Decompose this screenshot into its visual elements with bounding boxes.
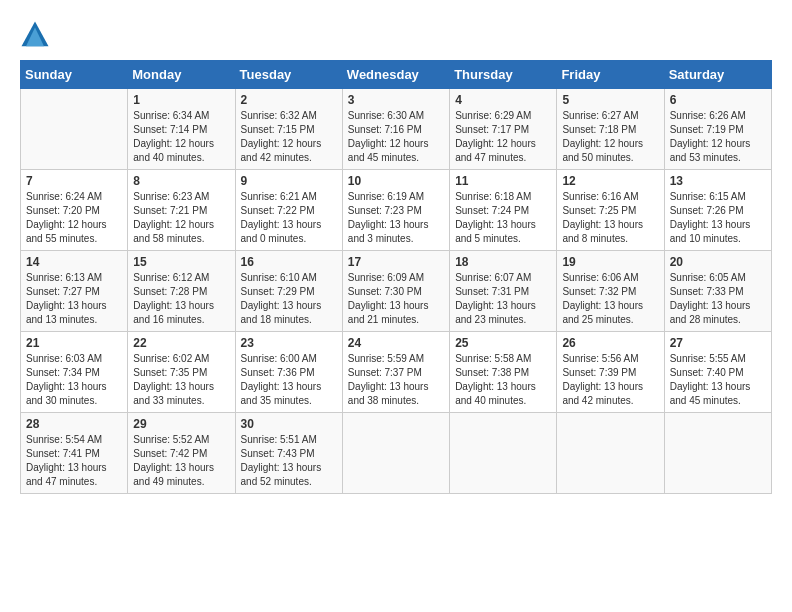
calendar-cell: 27 Sunrise: 5:55 AMSunset: 7:40 PMDaylig… [664,332,771,413]
day-info: Sunrise: 6:30 AMSunset: 7:16 PMDaylight:… [348,110,429,163]
day-number: 22 [133,336,229,350]
day-number: 9 [241,174,337,188]
header-cell-wednesday: Wednesday [342,61,449,89]
calendar-cell: 12 Sunrise: 6:16 AMSunset: 7:25 PMDaylig… [557,170,664,251]
day-number: 30 [241,417,337,431]
calendar-cell: 1 Sunrise: 6:34 AMSunset: 7:14 PMDayligh… [128,89,235,170]
calendar-cell: 13 Sunrise: 6:15 AMSunset: 7:26 PMDaylig… [664,170,771,251]
day-info: Sunrise: 6:34 AMSunset: 7:14 PMDaylight:… [133,110,214,163]
day-number: 2 [241,93,337,107]
day-number: 20 [670,255,766,269]
day-info: Sunrise: 5:55 AMSunset: 7:40 PMDaylight:… [670,353,751,406]
day-number: 27 [670,336,766,350]
day-number: 8 [133,174,229,188]
day-number: 26 [562,336,658,350]
day-info: Sunrise: 6:16 AMSunset: 7:25 PMDaylight:… [562,191,643,244]
calendar-week-row: 1 Sunrise: 6:34 AMSunset: 7:14 PMDayligh… [21,89,772,170]
day-info: Sunrise: 6:13 AMSunset: 7:27 PMDaylight:… [26,272,107,325]
day-number: 15 [133,255,229,269]
calendar-week-row: 28 Sunrise: 5:54 AMSunset: 7:41 PMDaylig… [21,413,772,494]
calendar-cell [664,413,771,494]
day-info: Sunrise: 6:12 AMSunset: 7:28 PMDaylight:… [133,272,214,325]
day-info: Sunrise: 6:27 AMSunset: 7:18 PMDaylight:… [562,110,643,163]
day-number: 13 [670,174,766,188]
calendar-cell: 11 Sunrise: 6:18 AMSunset: 7:24 PMDaylig… [450,170,557,251]
calendar-cell: 23 Sunrise: 6:00 AMSunset: 7:36 PMDaylig… [235,332,342,413]
day-info: Sunrise: 5:58 AMSunset: 7:38 PMDaylight:… [455,353,536,406]
calendar-cell: 25 Sunrise: 5:58 AMSunset: 7:38 PMDaylig… [450,332,557,413]
day-number: 17 [348,255,444,269]
calendar-cell: 2 Sunrise: 6:32 AMSunset: 7:15 PMDayligh… [235,89,342,170]
day-info: Sunrise: 5:54 AMSunset: 7:41 PMDaylight:… [26,434,107,487]
calendar-cell: 29 Sunrise: 5:52 AMSunset: 7:42 PMDaylig… [128,413,235,494]
calendar-week-row: 21 Sunrise: 6:03 AMSunset: 7:34 PMDaylig… [21,332,772,413]
day-info: Sunrise: 6:23 AMSunset: 7:21 PMDaylight:… [133,191,214,244]
calendar-cell: 28 Sunrise: 5:54 AMSunset: 7:41 PMDaylig… [21,413,128,494]
header-cell-friday: Friday [557,61,664,89]
day-number: 12 [562,174,658,188]
day-info: Sunrise: 6:18 AMSunset: 7:24 PMDaylight:… [455,191,536,244]
calendar-cell: 30 Sunrise: 5:51 AMSunset: 7:43 PMDaylig… [235,413,342,494]
day-number: 25 [455,336,551,350]
calendar-cell: 22 Sunrise: 6:02 AMSunset: 7:35 PMDaylig… [128,332,235,413]
day-info: Sunrise: 6:21 AMSunset: 7:22 PMDaylight:… [241,191,322,244]
calendar-body: 1 Sunrise: 6:34 AMSunset: 7:14 PMDayligh… [21,89,772,494]
calendar-cell [342,413,449,494]
calendar-cell: 8 Sunrise: 6:23 AMSunset: 7:21 PMDayligh… [128,170,235,251]
calendar-cell: 26 Sunrise: 5:56 AMSunset: 7:39 PMDaylig… [557,332,664,413]
day-info: Sunrise: 6:03 AMSunset: 7:34 PMDaylight:… [26,353,107,406]
day-info: Sunrise: 6:10 AMSunset: 7:29 PMDaylight:… [241,272,322,325]
calendar-cell [557,413,664,494]
day-info: Sunrise: 6:06 AMSunset: 7:32 PMDaylight:… [562,272,643,325]
day-info: Sunrise: 6:15 AMSunset: 7:26 PMDaylight:… [670,191,751,244]
header-row: SundayMondayTuesdayWednesdayThursdayFrid… [21,61,772,89]
calendar-table: SundayMondayTuesdayWednesdayThursdayFrid… [20,60,772,494]
day-number: 24 [348,336,444,350]
day-info: Sunrise: 6:05 AMSunset: 7:33 PMDaylight:… [670,272,751,325]
day-info: Sunrise: 6:07 AMSunset: 7:31 PMDaylight:… [455,272,536,325]
day-info: Sunrise: 5:52 AMSunset: 7:42 PMDaylight:… [133,434,214,487]
calendar-week-row: 7 Sunrise: 6:24 AMSunset: 7:20 PMDayligh… [21,170,772,251]
header-cell-thursday: Thursday [450,61,557,89]
calendar-cell: 19 Sunrise: 6:06 AMSunset: 7:32 PMDaylig… [557,251,664,332]
day-number: 7 [26,174,122,188]
day-info: Sunrise: 6:26 AMSunset: 7:19 PMDaylight:… [670,110,751,163]
day-number: 16 [241,255,337,269]
day-number: 29 [133,417,229,431]
day-number: 14 [26,255,122,269]
calendar-cell: 6 Sunrise: 6:26 AMSunset: 7:19 PMDayligh… [664,89,771,170]
day-info: Sunrise: 5:56 AMSunset: 7:39 PMDaylight:… [562,353,643,406]
day-info: Sunrise: 6:24 AMSunset: 7:20 PMDaylight:… [26,191,107,244]
calendar-cell: 16 Sunrise: 6:10 AMSunset: 7:29 PMDaylig… [235,251,342,332]
day-number: 21 [26,336,122,350]
header-cell-sunday: Sunday [21,61,128,89]
calendar-cell: 7 Sunrise: 6:24 AMSunset: 7:20 PMDayligh… [21,170,128,251]
logo-icon [20,20,50,50]
calendar-cell: 3 Sunrise: 6:30 AMSunset: 7:16 PMDayligh… [342,89,449,170]
calendar-cell: 14 Sunrise: 6:13 AMSunset: 7:27 PMDaylig… [21,251,128,332]
day-info: Sunrise: 6:02 AMSunset: 7:35 PMDaylight:… [133,353,214,406]
calendar-cell: 17 Sunrise: 6:09 AMSunset: 7:30 PMDaylig… [342,251,449,332]
day-info: Sunrise: 6:29 AMSunset: 7:17 PMDaylight:… [455,110,536,163]
calendar-cell: 5 Sunrise: 6:27 AMSunset: 7:18 PMDayligh… [557,89,664,170]
day-info: Sunrise: 6:19 AMSunset: 7:23 PMDaylight:… [348,191,429,244]
day-info: Sunrise: 6:32 AMSunset: 7:15 PMDaylight:… [241,110,322,163]
day-number: 28 [26,417,122,431]
calendar-cell: 10 Sunrise: 6:19 AMSunset: 7:23 PMDaylig… [342,170,449,251]
day-number: 23 [241,336,337,350]
header-cell-monday: Monday [128,61,235,89]
day-number: 6 [670,93,766,107]
calendar-cell: 24 Sunrise: 5:59 AMSunset: 7:37 PMDaylig… [342,332,449,413]
calendar-header: SundayMondayTuesdayWednesdayThursdayFrid… [21,61,772,89]
header-cell-saturday: Saturday [664,61,771,89]
calendar-cell: 9 Sunrise: 6:21 AMSunset: 7:22 PMDayligh… [235,170,342,251]
calendar-cell: 4 Sunrise: 6:29 AMSunset: 7:17 PMDayligh… [450,89,557,170]
day-number: 3 [348,93,444,107]
calendar-cell: 18 Sunrise: 6:07 AMSunset: 7:31 PMDaylig… [450,251,557,332]
calendar-cell [21,89,128,170]
day-info: Sunrise: 5:59 AMSunset: 7:37 PMDaylight:… [348,353,429,406]
day-info: Sunrise: 6:09 AMSunset: 7:30 PMDaylight:… [348,272,429,325]
day-info: Sunrise: 5:51 AMSunset: 7:43 PMDaylight:… [241,434,322,487]
day-info: Sunrise: 6:00 AMSunset: 7:36 PMDaylight:… [241,353,322,406]
day-number: 11 [455,174,551,188]
